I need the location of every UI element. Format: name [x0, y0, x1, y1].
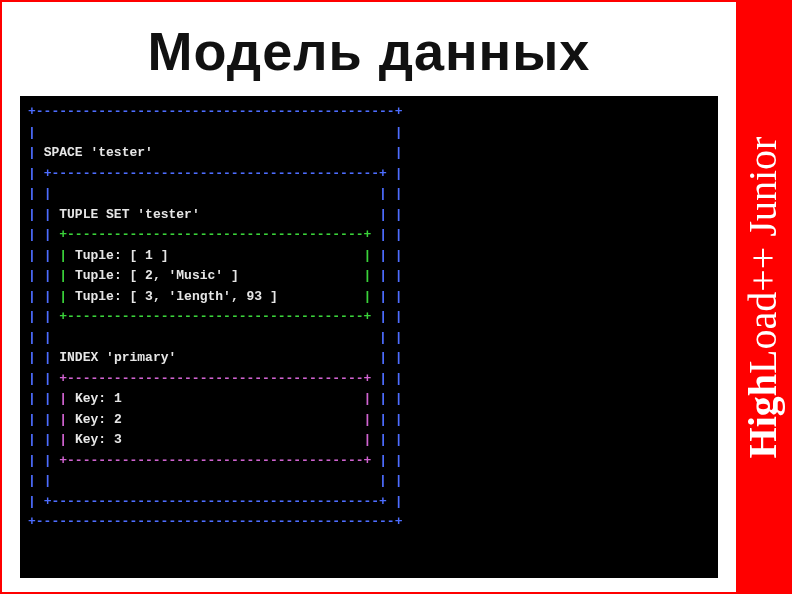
tupleset-name: 'tester'	[137, 207, 199, 222]
key-row: Key: 3	[75, 432, 122, 447]
key-row: Key: 1	[75, 391, 122, 406]
slide: HighLoad++ Junior Модель данных +-------…	[0, 0, 792, 594]
key-row: Key: 2	[75, 412, 122, 427]
sidebar-brand: HighLoad++ Junior	[740, 136, 787, 458]
tuple-row: Tuple: [ 2, 'Music' ]	[75, 268, 239, 283]
tupleset-label: TUPLE SET	[59, 207, 129, 222]
terminal: +---------------------------------------…	[20, 96, 718, 578]
tuple-row: Tuple: [ 1 ]	[75, 248, 169, 263]
tuple-row: Tuple: [ 3, 'length', 93 ]	[75, 289, 278, 304]
index-label: INDEX	[59, 350, 98, 365]
brand-high: High	[741, 373, 786, 457]
brand-rest: Load++ Junior	[741, 136, 786, 373]
sidebar: HighLoad++ Junior	[736, 2, 790, 592]
space-label: SPACE	[44, 145, 83, 160]
space-name: 'tester'	[90, 145, 152, 160]
content: Модель данных +-------------------------…	[2, 2, 736, 592]
page-title: Модель данных	[20, 20, 718, 82]
index-name: 'primary'	[106, 350, 176, 365]
